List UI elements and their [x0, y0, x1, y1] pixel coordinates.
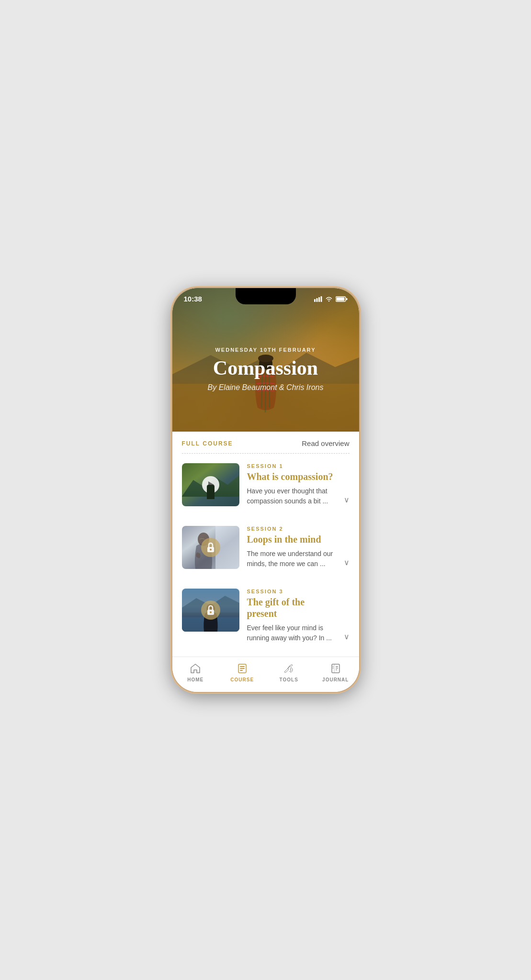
svg-rect-6	[336, 297, 344, 301]
session-1-chevron[interactable]: ∨	[344, 495, 350, 506]
svg-rect-31	[336, 668, 338, 669]
svg-rect-32	[336, 669, 337, 670]
wifi-icon	[325, 296, 333, 302]
svg-line-28	[288, 666, 290, 668]
lock-icon-3	[206, 605, 215, 615]
session-2-title: Loops in the mind	[247, 534, 336, 545]
svg-rect-27	[240, 670, 243, 671]
course-label: Full Course	[182, 440, 233, 447]
nav-tools-label: Tools	[280, 677, 298, 682]
nav-home-label: Home	[187, 677, 203, 682]
session-2-description: The more we understand our minds, the mo…	[247, 549, 336, 569]
lock-button	[201, 538, 220, 557]
nav-course-label: Course	[230, 677, 254, 682]
nav-home[interactable]: Home	[172, 662, 219, 682]
status-icons	[314, 296, 348, 302]
svg-point-23	[210, 612, 212, 613]
notch	[236, 288, 296, 304]
svg-point-16	[210, 549, 212, 551]
session-2-thumbnail[interactable]	[182, 526, 239, 569]
hero-date: Wednesday 10th February	[215, 347, 316, 353]
journal-icon	[329, 662, 342, 675]
content-area[interactable]: Full Course Read overview Session 1 What…	[172, 432, 359, 657]
session-1-info: Session 1 What is compassion? Have you e…	[247, 463, 336, 506]
session-1-play-overlay	[182, 463, 239, 506]
svg-rect-5	[346, 298, 348, 300]
nav-journal-label: Journal	[322, 677, 349, 682]
session-1-title: What is compassion?	[247, 471, 336, 482]
svg-rect-30	[336, 666, 338, 667]
hero-content: Wednesday 10th February Compassion By El…	[172, 288, 359, 432]
session-3-title: The gift of the present	[247, 596, 336, 619]
session-3-chevron[interactable]: ∨	[344, 632, 350, 643]
session-list: Session 1 What is compassion? Have you e…	[172, 454, 359, 653]
session-2-number: Session 2	[247, 526, 336, 532]
home-icon	[189, 662, 202, 675]
session-3-number: Session 3	[247, 589, 336, 594]
session-item[interactable]: Session 2 Loops in the mind The more we …	[182, 516, 350, 579]
read-overview-button[interactable]: Read overview	[302, 439, 349, 447]
session-3-thumbnail[interactable]	[182, 589, 239, 632]
hero-title: Compassion	[213, 356, 318, 379]
lock-button-3	[201, 601, 220, 620]
svg-point-34	[332, 668, 333, 668]
session-item[interactable]: Session 3 The gift of the present Ever f…	[182, 579, 350, 653]
battery-icon	[336, 296, 348, 302]
svg-rect-26	[240, 668, 245, 669]
svg-rect-29	[332, 664, 339, 673]
session-2-chevron[interactable]: ∨	[344, 558, 350, 569]
session-1-number: Session 1	[247, 463, 336, 469]
session-1-description: Have you ever thought that compassion so…	[247, 486, 336, 506]
nav-course[interactable]: Course	[219, 662, 266, 682]
bottom-nav: Home Course	[172, 657, 359, 692]
session-item[interactable]: Session 1 What is compassion? Have you e…	[182, 454, 350, 516]
session-3-description: Ever feel like your mind is running away…	[247, 623, 336, 643]
hero-section: Wednesday 10th February Compassion By El…	[172, 288, 359, 432]
session-3-info: Session 3 The gift of the present Ever f…	[247, 589, 336, 643]
session-3-lock-overlay	[182, 589, 239, 632]
session-2-lock-overlay	[182, 526, 239, 569]
play-button[interactable]	[202, 476, 219, 493]
session-1-thumbnail[interactable]	[182, 463, 239, 506]
svg-rect-2	[318, 297, 320, 302]
nav-tools[interactable]: Tools	[266, 662, 313, 682]
svg-rect-0	[314, 299, 316, 302]
svg-rect-25	[240, 666, 245, 667]
session-2-info: Session 2 Loops in the mind The more we …	[247, 526, 336, 569]
hero-subtitle: By Elaine Beaumont & Chris Irons	[208, 383, 324, 392]
course-icon	[236, 662, 249, 675]
svg-point-33	[332, 666, 333, 667]
status-time: 10:38	[184, 295, 202, 303]
svg-rect-3	[320, 296, 322, 302]
nav-journal[interactable]: Journal	[312, 662, 359, 682]
lock-icon	[206, 542, 215, 553]
phone-frame: 10:38	[172, 288, 359, 692]
svg-rect-1	[316, 298, 317, 302]
tools-icon	[282, 662, 295, 675]
signal-icon	[314, 296, 322, 302]
course-header: Full Course Read overview	[172, 432, 359, 453]
screen: 10:38	[172, 288, 359, 692]
